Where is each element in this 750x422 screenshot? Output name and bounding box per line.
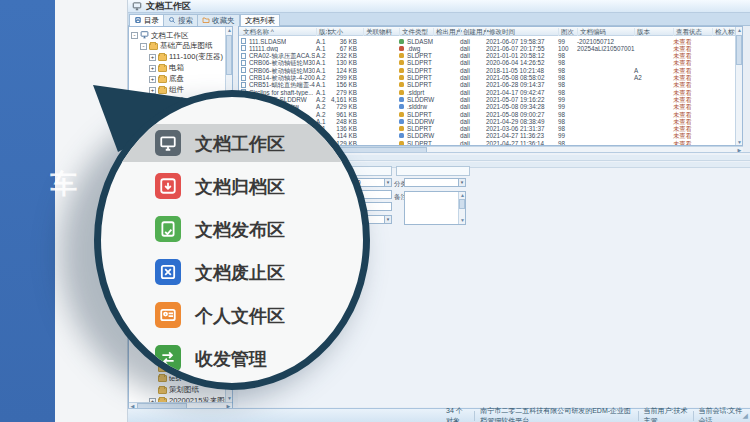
table-row[interactable]: 2040-底座.SLDDRWA.24,161 KBSLDDRWdali2021-… xyxy=(239,96,742,103)
column-header[interactable]: 图次 xyxy=(558,28,574,36)
table-vertical-scrollbar[interactable]: ▲ ▼ xyxy=(735,27,742,146)
sendrecv-icon xyxy=(155,345,181,371)
app-window: 工作台 企业知识库 2 流程管理 变更管理 企业配置 系统设置 开始 文档工作区… xyxy=(0,0,750,422)
company-platform-text: 南宁市二零二五科技有限公司研发的EDM-企业图档管理软件平台 xyxy=(480,406,632,422)
status-bar: 34 个对象 南宁市二零二五科技有限公司研发的EDM-企业图档管理软件平台 当前… xyxy=(128,408,750,422)
table-row[interactable]: CRB06-被动轴链轮M30×1.5.SL...A.1124 KBSLDPRTd… xyxy=(239,67,742,74)
file-type-icon xyxy=(399,141,404,146)
file-type-icon xyxy=(399,119,404,124)
column-header[interactable]: 大小 xyxy=(327,28,343,36)
table-row[interactable]: 11111.dwgA.167 KB.dwgdali2021-06-07 20:1… xyxy=(239,45,742,52)
file-type-icon xyxy=(399,112,404,117)
table-row[interactable]: CRB51-蜗轮直热端盖-4-56L3...A.1156 KBSLDPRTdal… xyxy=(239,81,742,88)
column-header[interactable]: 文档编码 xyxy=(577,28,606,36)
file-type-icon xyxy=(399,90,404,95)
table-row[interactable]: 22222马达.slddrwA.2729 KB.slddrwdali2021-0… xyxy=(239,103,742,110)
column-header[interactable]: 查看状态 xyxy=(673,28,702,36)
publish-icon xyxy=(155,216,181,242)
file-type-icon xyxy=(399,39,404,44)
file-type-icon xyxy=(399,46,404,51)
object-count: 34 个对象 xyxy=(446,406,469,422)
table-row[interactable]: Circlips for shaft-type...A.1279 KB.sldp… xyxy=(239,89,742,96)
table-header[interactable]: 文档名称 ^版本大小关联物料文件类型检出用户创建用户修改时间图次文档编码版本查看… xyxy=(239,27,742,36)
file-type-icon xyxy=(399,82,404,87)
table-row[interactable]: 111.SLDASMA.136 KBSLDASMdali2021-06-07 1… xyxy=(239,38,742,45)
current-user-text: 当前用户:技术主管 xyxy=(643,406,687,422)
table-row[interactable]: CRB14-被动轴块-4-2008030...A.2299 KBSLDPRTda… xyxy=(239,74,742,81)
table-row[interactable]: CRB06-被动轴链轮M30×1.5×1...A.1130 KBSLDPRTda… xyxy=(239,59,742,66)
archive-icon xyxy=(155,173,181,199)
column-header[interactable]: 关联物料 xyxy=(363,28,392,36)
column-header[interactable]: 版本 xyxy=(634,28,650,36)
magnified-item-label: 个人文件区 xyxy=(195,304,285,328)
file-type-icon xyxy=(399,133,404,138)
file-type-icon xyxy=(399,75,404,80)
magnified-item-label: 收发管理 xyxy=(195,347,267,371)
detail-tab[interactable] xyxy=(396,166,470,176)
magnified-item-label: 文档发布区 xyxy=(195,218,285,242)
idcard-icon xyxy=(155,302,181,328)
current-session-text: 当前会话:文件会话 xyxy=(698,406,742,422)
file-type-icon xyxy=(399,53,404,58)
file-type-icon xyxy=(399,68,404,73)
file-type-icon xyxy=(399,97,404,102)
column-header[interactable]: 文件类型 xyxy=(399,28,428,36)
monitor-icon xyxy=(155,130,181,156)
revoke-icon xyxy=(155,259,181,285)
file-type-icon xyxy=(399,104,404,109)
magnified-item-label: 文档废止区 xyxy=(195,261,285,285)
magnified-item-label: 文档归档区 xyxy=(195,175,285,199)
column-header[interactable]: 检出用户 xyxy=(433,28,462,36)
magnifier-circle: 文档工作区文档归档区文档发布区文档废止区个人文件区收发管理 xyxy=(94,90,370,390)
table-row[interactable]: CRA02-轴承压盖ACA.SLDPRTA.2232 KBSLDPRTdali2… xyxy=(239,52,742,59)
file-type-icon xyxy=(399,126,404,131)
table-row[interactable]: 马达.SLDPRTA.2961 KBSLDPRTdali2021-05-08 0… xyxy=(239,111,742,118)
resize-grip[interactable]: ◢ xyxy=(743,412,748,420)
column-header[interactable]: 修改时间 xyxy=(486,28,515,36)
dropdown-button[interactable]: ▾ xyxy=(384,179,391,186)
file-type-icon xyxy=(399,60,404,65)
magnified-item-label: 文档工作区 xyxy=(195,132,285,156)
column-header[interactable]: 创建用户 xyxy=(460,28,489,36)
remark-textarea[interactable]: ▲▼ xyxy=(404,191,466,225)
category-select[interactable]: ▾ xyxy=(404,178,466,187)
dropdown-button[interactable]: ▾ xyxy=(384,216,391,223)
